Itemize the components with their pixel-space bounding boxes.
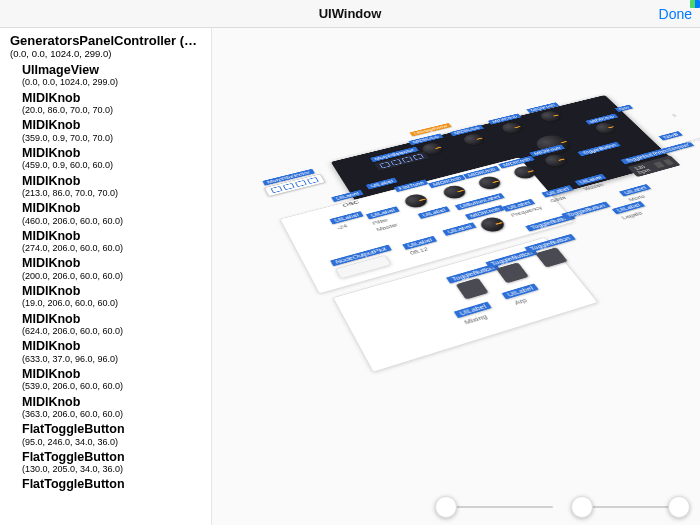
tree-item-name: MIDIKnob — [22, 91, 211, 105]
tree-item-frame: (0.0, 0.0, 1024.0, 299.0) — [22, 77, 211, 88]
tree-item[interactable]: MIDIKnob(459.0, 0.9, 60.0, 60.0) — [4, 145, 211, 173]
tree-item[interactable]: MIDIKnob(213.0, 86.0, 70.0, 70.0) — [4, 173, 211, 201]
tree-item-name: UIImageView — [22, 63, 211, 77]
midiknob[interactable] — [542, 152, 570, 167]
top-bar: UIWindow Done — [0, 0, 700, 28]
tree-item[interactable]: MIDIKnob(359.0, 0.9, 70.0, 70.0) — [4, 117, 211, 145]
badge-togglebutton: ToggleButton — [577, 141, 620, 156]
tree-item-name: MIDIKnob — [22, 312, 211, 326]
tree-item-name: MIDIKnob — [22, 174, 211, 188]
badge-uilabel: UILabel — [619, 184, 651, 196]
tree-item-name: FlatToggleButton — [22, 422, 211, 436]
tree-item-name: FlatToggleButton — [22, 450, 211, 464]
tree-item[interactable]: MIDIKnob(200.0, 206.0, 60.0, 60.0) — [4, 255, 211, 283]
tree-item-name: MIDIKnob — [22, 229, 211, 243]
tree-item-frame: (130.0, 205.0, 34.0, 36.0) — [22, 464, 211, 475]
tree-item-frame: (460.0, 206.0, 60.0, 60.0) — [22, 216, 211, 227]
tree-item[interactable]: MIDIKnob(19.0, 206.0, 60.0, 60.0) — [4, 283, 211, 311]
tree-item-frame: (19.0, 206.0, 60.0, 60.0) — [22, 298, 211, 309]
label-adsr: ADSR — [684, 135, 700, 144]
tree-item-name: MIDIKnob — [22, 118, 211, 132]
tree-item[interactable]: MIDIKnob(624.0, 206.0, 60.0, 60.0) — [4, 311, 211, 339]
badge-nav: Nav — [615, 104, 634, 111]
label-s: S — [671, 113, 678, 117]
tree-item-frame: (459.0, 0.9, 60.0, 60.0) — [22, 160, 211, 171]
tree-item[interactable]: MIDIKnob(363.0, 206.0, 60.0, 60.0) — [4, 394, 211, 422]
tree-item-frame: (363.0, 206.0, 60.0, 60.0) — [22, 409, 211, 420]
tree-item[interactable]: FlatToggleButton(95.0, 246.0, 34.0, 36.0… — [4, 421, 211, 449]
tree-root-frame: (0.0, 0.0, 1024.0, 299.0) — [4, 48, 211, 62]
tree-item[interactable]: MIDIKnob(274.0, 206.0, 60.0, 60.0) — [4, 228, 211, 256]
done-button[interactable]: Done — [659, 6, 692, 22]
tree-item-frame: (624.0, 206.0, 60.0, 60.0) — [22, 326, 211, 337]
tree-item[interactable]: MIDIKnob(633.0, 37.0, 96.0, 96.0) — [4, 338, 211, 366]
play-icon[interactable] — [654, 161, 665, 168]
depth-slider-2[interactable] — [573, 506, 689, 508]
tree-item-frame: (359.0, 0.9, 70.0, 70.0) — [22, 133, 211, 144]
tree-item-name: MIDIKnob — [22, 284, 211, 298]
tree-item-frame: (633.0, 37.0, 96.0, 96.0) — [22, 354, 211, 365]
tree-item-name: MIDIKnob — [22, 395, 211, 409]
tree-item[interactable]: UIImageView(0.0, 0.0, 1024.0, 299.0) — [4, 62, 211, 90]
tree-item[interactable]: MIDIKnob(539.0, 206.0, 60.0, 60.0) — [4, 366, 211, 394]
stop-icon[interactable] — [663, 159, 674, 166]
tree-item-frame: (539.0, 206.0, 60.0, 60.0) — [22, 381, 211, 392]
tree-root-name[interactable]: GeneratorsPanelController (UIVi... — [4, 31, 211, 48]
badge-togglebutton: ToggleButton — [561, 201, 610, 219]
tree-item-frame: (95.0, 246.0, 34.0, 36.0) — [22, 437, 211, 448]
tree-item-name: MIDIKnob — [22, 256, 211, 270]
badge-navb: NavB — [658, 131, 683, 140]
tree-item[interactable]: MIDIKnob(20.0, 86.0, 70.0, 70.0) — [4, 90, 211, 118]
status-icon — [690, 0, 700, 8]
depth-slider-1[interactable] — [437, 506, 553, 508]
exploded-view-canvas[interactable]: UIImageView MIDIKnob MIDIKnob MIDIKnob M… — [212, 28, 700, 525]
window-title: UIWindow — [319, 6, 382, 21]
tree-item-name: MIDIKnob — [22, 367, 211, 381]
tree-item-name: MIDIKnob — [22, 201, 211, 215]
tree-item[interactable]: FlatToggleButton(130.0, 205.0, 34.0, 36.… — [4, 449, 211, 477]
tree-item-name: FlatToggleButton — [22, 477, 211, 491]
depth-sliders — [437, 497, 688, 517]
tree-item-frame: (20.0, 86.0, 70.0, 70.0) — [22, 105, 211, 116]
label-mono: Mono — [627, 193, 646, 201]
tree-item-frame: (213.0, 86.0, 70.0, 70.0) — [22, 188, 211, 199]
badge-uilabel: UILabel — [541, 185, 574, 198]
hierarchy-sidebar[interactable]: GeneratorsPanelController (UIVi... (0.0,… — [0, 28, 212, 525]
tree-item-frame: (200.0, 206.0, 60.0, 60.0) — [22, 271, 211, 282]
tree-item-name: MIDIKnob — [22, 339, 211, 353]
tree-item-frame: (274.0, 206.0, 60.0, 60.0) — [22, 243, 211, 254]
tree-item[interactable]: FlatToggleButton — [4, 476, 211, 492]
tree-item-name: MIDIKnob — [22, 146, 211, 160]
tree-item[interactable]: MIDIKnob(460.0, 206.0, 60.0, 60.0) — [4, 200, 211, 228]
